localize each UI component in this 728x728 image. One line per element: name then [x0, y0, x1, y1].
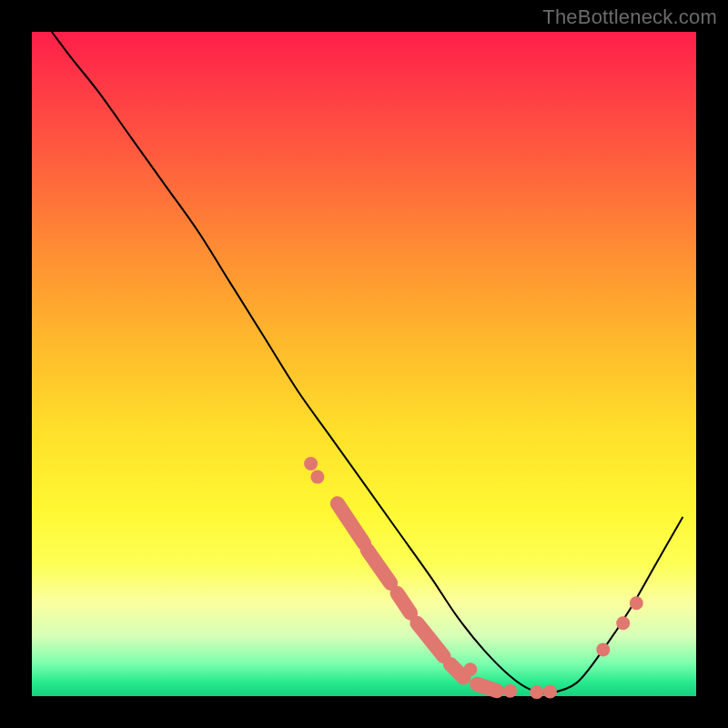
curve-marker-dot	[630, 596, 643, 610]
curve-marker-dot	[596, 642, 610, 656]
curve-marker-dot	[463, 662, 477, 676]
marker-pills	[338, 503, 497, 691]
chart-area	[32, 32, 696, 696]
curve-marker-pill	[477, 684, 497, 691]
curve-marker-dot	[310, 470, 324, 484]
curve-marker-pill	[338, 503, 364, 543]
curve-marker-pill	[450, 664, 464, 678]
curve-marker-dot	[304, 457, 318, 470]
curve-marker-dot	[530, 685, 543, 699]
watermark-text: TheBottleneck.com	[542, 5, 717, 29]
bottleneck-curve	[52, 32, 683, 693]
curve-marker-dot	[503, 684, 517, 698]
marker-dots	[304, 457, 643, 699]
curve-marker-pill	[368, 550, 391, 583]
plot-svg	[32, 32, 696, 696]
curve-marker-pill	[398, 593, 411, 613]
curve-marker-dot	[616, 616, 630, 630]
curve-marker-pill	[417, 623, 443, 657]
curve-marker-dot	[543, 684, 557, 698]
